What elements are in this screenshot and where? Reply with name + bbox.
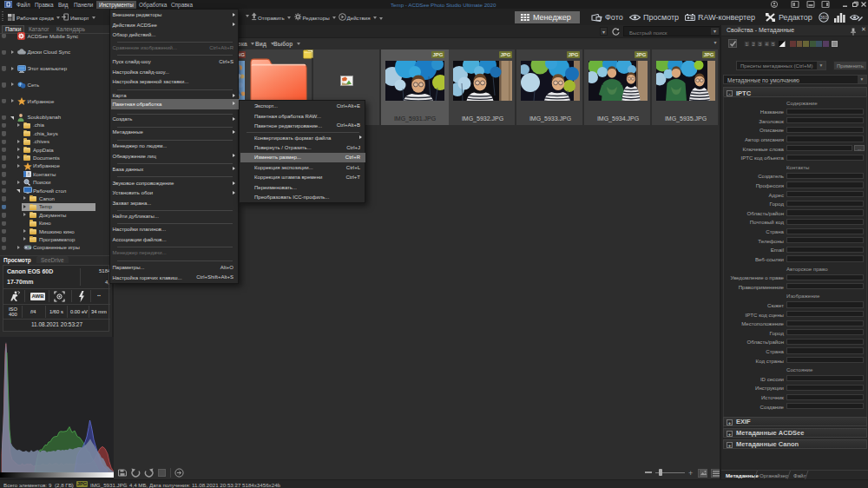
svg-text:360: 360 <box>820 15 828 20</box>
